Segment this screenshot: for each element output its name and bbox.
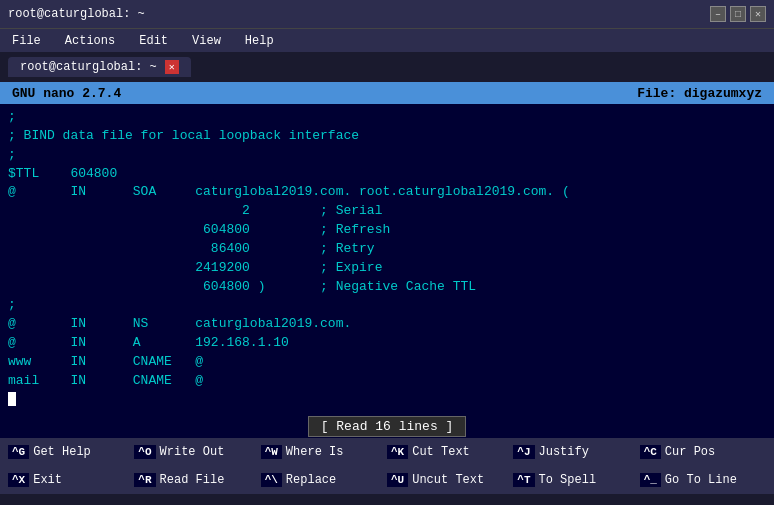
editor-line: 2 ; Serial (8, 202, 766, 221)
editor-line: ; (8, 108, 766, 127)
shortcut-label: Read File (160, 473, 225, 487)
editor-line: 2419200 ; Expire (8, 259, 766, 278)
shortcut-key[interactable]: ^W (261, 445, 282, 459)
shortcut-label: To Spell (539, 473, 597, 487)
menu-help[interactable]: Help (241, 32, 278, 50)
shortcut-label: Cut Text (412, 445, 470, 459)
shortcut-item: ^WWhere Is (261, 445, 387, 459)
shortcut-label: Get Help (33, 445, 91, 459)
status-bar: [ Read 16 lines ] (0, 414, 774, 438)
editor-line: @ IN A 192.168.1.10 (8, 334, 766, 353)
tab-label: root@caturglobal: ~ (20, 60, 157, 74)
shortcut-label: Write Out (160, 445, 225, 459)
editor-line: 604800 ; Refresh (8, 221, 766, 240)
title-bar: root@caturglobal: ~ – □ ✕ (0, 0, 774, 28)
close-button[interactable]: ✕ (750, 6, 766, 22)
shortcut-footer: ^GGet Help^OWrite Out^WWhere Is^KCut Tex… (0, 438, 774, 494)
editor-line: 86400 ; Retry (8, 240, 766, 259)
editor-line: mail IN CNAME @ (8, 372, 766, 391)
nano-header: GNU nano 2.7.4 File: digazumxyz (0, 82, 774, 104)
nano-filename: File: digazumxyz (637, 86, 762, 101)
editor-line: ; (8, 296, 766, 315)
shortcut-label: Go To Line (665, 473, 737, 487)
title-text: root@caturglobal: ~ (8, 7, 145, 21)
shortcut-key[interactable]: ^U (387, 473, 408, 487)
menu-file[interactable]: File (8, 32, 45, 50)
shortcut-label: Exit (33, 473, 62, 487)
shortcut-item: ^OWrite Out (134, 445, 260, 459)
menu-edit[interactable]: Edit (135, 32, 172, 50)
editor-line: 604800 ) ; Negative Cache TTL (8, 278, 766, 297)
terminal-tab[interactable]: root@caturglobal: ~ ✕ (8, 57, 191, 77)
shortcut-item: ^KCut Text (387, 445, 513, 459)
shortcut-label: Justify (539, 445, 589, 459)
shortcut-key[interactable]: ^R (134, 473, 155, 487)
maximize-button[interactable]: □ (730, 6, 746, 22)
shortcut-item: ^XExit (8, 473, 134, 487)
shortcut-item: ^_Go To Line (640, 473, 766, 487)
shortcut-item: ^CCur Pos (640, 445, 766, 459)
shortcut-item: ^GGet Help (8, 445, 134, 459)
shortcut-key[interactable]: ^T (513, 473, 534, 487)
editor-line: ; BIND data file for local loopback inte… (8, 127, 766, 146)
shortcut-item: ^RRead File (134, 473, 260, 487)
shortcut-key[interactable]: ^X (8, 473, 29, 487)
shortcut-key[interactable]: ^O (134, 445, 155, 459)
editor-line: @ IN NS caturglobal2019.com. (8, 315, 766, 334)
menu-actions[interactable]: Actions (61, 32, 119, 50)
nano-version: GNU nano 2.7.4 (12, 86, 121, 101)
shortcut-label: Replace (286, 473, 336, 487)
shortcut-item: ^TTo Spell (513, 473, 639, 487)
menu-view[interactable]: View (188, 32, 225, 50)
editor-line: ; (8, 146, 766, 165)
shortcut-label: Where Is (286, 445, 344, 459)
shortcut-label: Cur Pos (665, 445, 715, 459)
minimize-button[interactable]: – (710, 6, 726, 22)
shortcut-key[interactable]: ^K (387, 445, 408, 459)
window-controls: – □ ✕ (710, 6, 766, 22)
editor-line (8, 391, 766, 410)
shortcut-item: ^\Replace (261, 473, 387, 487)
shortcut-key[interactable]: ^C (640, 445, 661, 459)
cursor (8, 392, 16, 406)
shortcut-row-1: ^GGet Help^OWrite Out^WWhere Is^KCut Tex… (0, 438, 774, 466)
shortcut-item: ^JJustify (513, 445, 639, 459)
shortcut-item: ^UUncut Text (387, 473, 513, 487)
read-notification: [ Read 16 lines ] (308, 416, 467, 437)
menu-bar: File Actions Edit View Help (0, 28, 774, 52)
shortcut-key[interactable]: ^G (8, 445, 29, 459)
shortcut-label: Uncut Text (412, 473, 484, 487)
editor-line: $TTL 604800 (8, 165, 766, 184)
tab-bar: root@caturglobal: ~ ✕ (0, 52, 774, 82)
shortcut-row-2: ^XExit^RRead File^\Replace^UUncut Text^T… (0, 466, 774, 494)
editor-line: @ IN SOA caturglobal2019.com. root.catur… (8, 183, 766, 202)
editor-area[interactable]: ;; BIND data file for local loopback int… (0, 104, 774, 414)
tab-close-button[interactable]: ✕ (165, 60, 179, 74)
shortcut-key[interactable]: ^\ (261, 473, 282, 487)
shortcut-key[interactable]: ^_ (640, 473, 661, 487)
editor-line: www IN CNAME @ (8, 353, 766, 372)
shortcut-key[interactable]: ^J (513, 445, 534, 459)
